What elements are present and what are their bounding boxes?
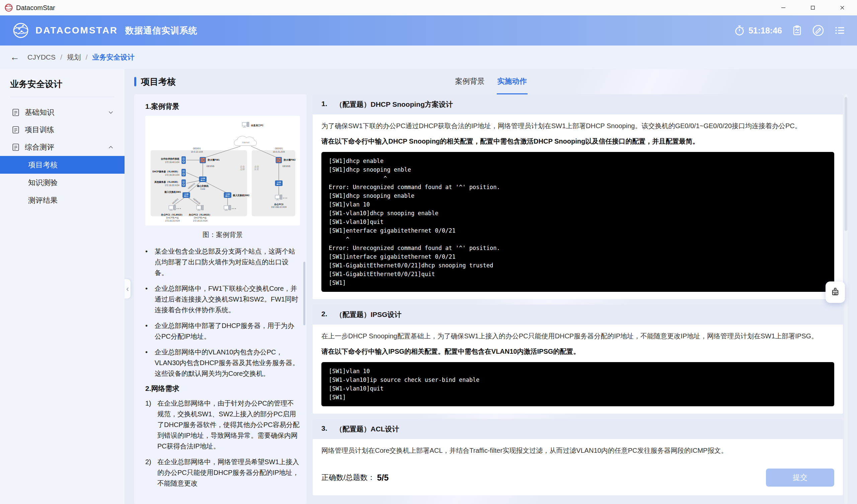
question-description: 为了确保SW1下联的办公PC通过DHCP获取合法的IP地址，网络管理员计划在SW… bbox=[321, 120, 834, 131]
svg-text:DHCP服务器（VLAN30）: DHCP服务器（VLAN30） bbox=[152, 170, 179, 173]
svg-text:GE0/0/6: GE0/0/6 bbox=[206, 165, 215, 167]
brand-name: DATACOMSTAR bbox=[35, 25, 118, 36]
question-description: 在上一步DHCP Snooping配置基础上，为了确保SW1上接入的办公PC只能… bbox=[321, 331, 834, 341]
svg-text:核心交换机: 核心交换机 bbox=[197, 184, 209, 187]
close-button[interactable] bbox=[827, 0, 857, 15]
svg-text:172.16.30.1/24: 172.16.30.1/24 bbox=[165, 174, 180, 176]
minimize-button[interactable] bbox=[769, 0, 798, 15]
svg-text:办公PC3: 办公PC3 bbox=[274, 203, 283, 206]
document-icon-wrap bbox=[11, 143, 20, 152]
question-title: （配置题）DHCP Snooping方案设计 bbox=[335, 100, 453, 109]
bullet-text: 企业总部网络中，FW1下联核心交换机Core，并通过后者连接接入交换机SW1和S… bbox=[155, 283, 300, 315]
chevron-down-icon bbox=[107, 109, 115, 116]
bullet-text: 企业总部网络中的VLAN10内包含办公PC，VLAN30内包含DHCP服务器及其… bbox=[155, 347, 300, 379]
svg-text:GE0/0/6: GE0/0/6 bbox=[283, 165, 290, 167]
report-button[interactable] bbox=[791, 25, 803, 36]
bullet-marker: • bbox=[145, 246, 155, 278]
case-requirement: 2)在企业总部网络中，网络管理员希望SW1上接入的办公PC只能使用DHCP服务器… bbox=[145, 456, 300, 489]
sidebar-subitem-2[interactable]: 知识测验 bbox=[0, 174, 124, 191]
case-heading-1: 1.案例背景 bbox=[145, 102, 300, 111]
chevron-wrap bbox=[107, 144, 115, 151]
svg-text:172.16.10.X/24: 172.16.10.X/24 bbox=[165, 220, 180, 222]
question-body: 网络管理员计划在Core交换机上部署ACL，并结合Traffic-filter实… bbox=[313, 439, 843, 463]
question-title: （配置题）ACL设计 bbox=[335, 424, 399, 434]
case-bullet: •企业总部网络中的VLAN10内包含办公PC，VLAN30内包含DHCP服务器及… bbox=[145, 347, 300, 379]
svg-text:防火墙FW1: 防火墙FW1 bbox=[208, 158, 220, 161]
svg-text:Internet: Internet bbox=[242, 141, 249, 144]
sidebar-title: 业务安全设计 bbox=[0, 69, 124, 97]
tools-button[interactable] bbox=[812, 24, 824, 36]
svg-text:GE0/0/1: GE0/0/1 bbox=[275, 147, 283, 150]
breadcrumb-separator: / bbox=[60, 53, 62, 61]
svg-text:192.168.10.0/24: 192.168.10.0/24 bbox=[271, 206, 287, 208]
case-requirement: 1)在企业总部网络中，由于针对办公PC的管理不规范，交换机SW1、SW2上接入的… bbox=[145, 398, 300, 452]
bullet-marker: • bbox=[145, 283, 155, 315]
breadcrumb-item[interactable]: CJYDCS bbox=[28, 53, 55, 61]
question-number: 3. bbox=[321, 424, 335, 434]
document-icon bbox=[11, 108, 20, 117]
case-topology-figure: GE0/0/21GE0/0/1GE0/0/20企业总部企业分支出差员工PCInt… bbox=[147, 118, 299, 225]
sidebar-item-label: 项目训练 bbox=[25, 125, 54, 135]
sidebar-item-label: 综合测评 bbox=[25, 142, 54, 152]
question-1: 1.（配置题）DHCP Snooping方案设计为了确保SW1下联的办公PC通过… bbox=[313, 95, 843, 299]
sidebar-item-3[interactable]: 综合测评 bbox=[0, 138, 124, 156]
question-title-band: 1.（配置题）DHCP Snooping方案设计 bbox=[313, 95, 843, 115]
score-label: 正确数/总题数： bbox=[321, 472, 375, 483]
report-icon bbox=[791, 25, 803, 36]
svg-text:172.16.30.X/24: 172.16.30.X/24 bbox=[165, 184, 180, 186]
question-instruction: 请在以下命令行中输入DHCP Snooping的相关配置，配置中需包含激活DHC… bbox=[321, 136, 834, 147]
case-heading-2: 2.网络需求 bbox=[145, 384, 300, 393]
question-title: （配置题）IPSG设计 bbox=[335, 310, 401, 319]
tab-1[interactable]: 案例背景 bbox=[455, 69, 485, 95]
sidebar-item-1[interactable]: 基础知识 bbox=[0, 104, 124, 121]
bullet-text: 企业总部网络中部署了DHCP服务器，用于为办公PC分配IP地址。 bbox=[155, 320, 300, 342]
chevron-up-icon bbox=[107, 144, 115, 151]
question-panel-scroll-thumb[interactable] bbox=[845, 97, 847, 231]
svg-text:防火墙FW2: 防火墙FW2 bbox=[284, 158, 296, 161]
timer-value: 51:18:46 bbox=[749, 26, 782, 35]
clear-terminal-button[interactable] bbox=[825, 282, 845, 303]
question-panel: 1.（配置题）DHCP Snooping方案设计为了确保SW1下联的办公PC通过… bbox=[313, 95, 847, 504]
content: 业务安全设计 基础知识项目训练综合测评项目考核知识测验测评结果 ‹ 项目考核 案… bbox=[0, 69, 857, 504]
chevron-wrap bbox=[107, 109, 115, 116]
breadcrumb-item[interactable]: 规划 bbox=[67, 53, 81, 61]
tab-2[interactable]: 实施动作 bbox=[497, 69, 527, 95]
app-logo-icon bbox=[4, 3, 13, 12]
back-button[interactable]: ← bbox=[10, 52, 19, 62]
svg-text:172.16.40.1/24: 172.16.40.1/24 bbox=[165, 161, 180, 163]
maximize-button[interactable] bbox=[798, 0, 827, 15]
case-bullet: •某企业包含企业总部及分支两个站点，这两个站点均部署了出口防火墙作为对应站点的出… bbox=[145, 246, 300, 278]
svg-text:合作伙伴协作系统: 合作伙伴协作系统 bbox=[161, 157, 180, 160]
question-instruction: 请在以下命令行中输入IPSG的相关配置。配置中需包含在VLAN10内激活IPSG… bbox=[321, 346, 834, 357]
main-area: 项目考核 案例背景实施动作 1.案例背景 GE0/0/21GE0/0/1GE0/… bbox=[125, 69, 857, 504]
sidebar-subitem-1[interactable]: 项目考核 bbox=[0, 156, 124, 174]
sidebar-subitem-3[interactable]: 测评结果 bbox=[0, 191, 124, 209]
svg-text:出差员工PC: 出差员工PC bbox=[251, 124, 264, 127]
title-accent-bar bbox=[134, 77, 136, 86]
case-bullet: •企业总部网络中，FW1下联核心交换机Core，并通过后者连接接入交换机SW1和… bbox=[145, 283, 300, 315]
question-title-band: 2.（配置题）IPSG设计 bbox=[313, 304, 843, 325]
question-body: 为了确保SW1下联的办公PC通过DHCP获取合法的IP地址，网络管理员计划在SW… bbox=[313, 115, 843, 299]
wrench-circle-icon bbox=[812, 24, 824, 36]
menu-list-button[interactable] bbox=[834, 24, 846, 36]
question-number: 2. bbox=[321, 310, 335, 319]
cli-terminal[interactable]: [SW1]vlan 10 [SW1-vlan10]ip source check… bbox=[321, 362, 834, 406]
window-title: DatacomStar bbox=[16, 4, 55, 12]
requirement-text: 在企业总部网络中，网络管理员希望SW1上接入的办公PC只能使用DHCP服务器分配… bbox=[157, 456, 300, 489]
breadcrumb-current: 业务安全设计 bbox=[93, 53, 135, 61]
case-figure-box: GE0/0/21GE0/0/1GE0/0/20企业总部企业分支出差员工PCInt… bbox=[145, 116, 300, 225]
sidebar: 业务安全设计 基础知识项目训练综合测评项目考核知识测验测评结果 bbox=[0, 69, 125, 504]
question-body: 在上一步DHCP Snooping配置基础上，为了确保SW1上接入的办公PC只能… bbox=[313, 325, 843, 414]
sidebar-item-2[interactable]: 项目训练 bbox=[0, 121, 124, 138]
cli-terminal[interactable]: [SW1]dhcp enable [SW1]dhcp snooping enbl… bbox=[321, 152, 834, 292]
sidebar-collapse-handle[interactable]: ‹ bbox=[124, 279, 131, 299]
svg-text:企业总部: 企业总部 bbox=[240, 165, 245, 171]
bullet-text: 某企业包含企业总部及分支两个站点，这两个站点均部署了出口防火墙作为对应站点的出口… bbox=[155, 246, 300, 278]
minimize-icon bbox=[781, 5, 786, 11]
svg-text:接入交换机SW2: 接入交换机SW2 bbox=[233, 194, 250, 197]
svg-text:10.0.21.2/24: 10.0.21.2/24 bbox=[273, 151, 285, 153]
submit-button[interactable]: 提交 bbox=[766, 469, 834, 487]
case-panel-scrollbar[interactable] bbox=[303, 262, 305, 325]
requirement-number: 1) bbox=[145, 398, 157, 452]
case-background-panel: 1.案例背景 GE0/0/21GE0/0/1GE0/0/20企业总部企业分支出差… bbox=[134, 95, 307, 504]
